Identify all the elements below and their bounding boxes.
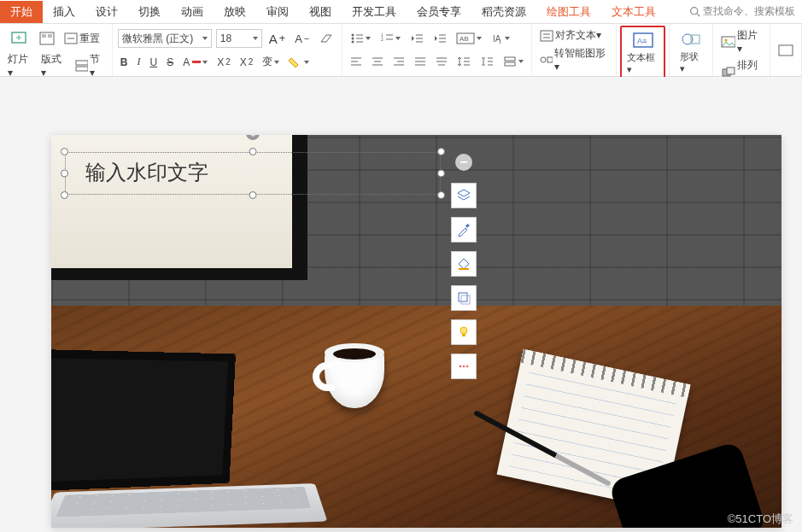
fill-btn[interactable]	[451, 251, 477, 277]
svg-rect-68	[779, 45, 793, 56]
more-btn[interactable]	[451, 354, 477, 379]
resize-handle-bl[interactable]	[61, 191, 68, 199]
group-slides: 重置 灯片▾ 版式▾ 节▾	[0, 24, 113, 76]
grow-font-btn[interactable]: A+	[266, 30, 288, 48]
resize-handle-lm[interactable]	[61, 170, 68, 178]
svg-text:A≡: A≡	[637, 37, 647, 45]
layout-btn[interactable]	[37, 30, 57, 47]
overflow-icon	[778, 44, 793, 56]
picture-btn[interactable]: 图片▾	[718, 26, 764, 56]
eyedropper-btn[interactable]	[451, 217, 477, 243]
italic-btn[interactable]: I	[134, 54, 143, 70]
bullets-icon	[350, 32, 364, 44]
search-placeholder: 查找命令、搜索模板	[703, 4, 795, 19]
font-color-btn[interactable]: A	[180, 55, 210, 70]
numbering-btn[interactable]: 12	[378, 31, 403, 46]
tab-slideshow[interactable]: 放映	[214, 1, 256, 23]
para-spacing-btn[interactable]	[501, 54, 526, 69]
eraser-icon	[319, 32, 334, 45]
slide[interactable]: ↻ 输入水印文字 −	[51, 135, 782, 528]
slides-dropdown[interactable]: 灯片▾	[5, 50, 34, 80]
layers-icon	[456, 188, 471, 203]
tab-view[interactable]: 视图	[299, 1, 342, 23]
tab-transition[interactable]: 切换	[128, 1, 171, 23]
shadow-btn[interactable]	[451, 285, 477, 311]
svg-point-11	[352, 33, 354, 36]
align-dist-btn[interactable]	[433, 55, 450, 68]
shape-button[interactable]: 形状▾	[675, 26, 707, 78]
svg-point-58	[541, 57, 546, 62]
subscript-btn[interactable]: X2	[237, 55, 256, 70]
align-center-btn[interactable]	[369, 55, 386, 68]
tab-animation[interactable]: 动画	[171, 1, 214, 23]
section-btn[interactable]: 节▾	[73, 50, 107, 80]
resize-handle-bm[interactable]	[249, 191, 257, 199]
indent-dec-btn[interactable]	[407, 31, 426, 46]
shrink-font-btn[interactable]: A−	[292, 31, 312, 47]
tab-home[interactable]: 开始	[0, 1, 43, 23]
svg-rect-59	[547, 57, 553, 62]
shapes-icon	[680, 30, 702, 49]
align-text-btn[interactable]: 对齐文本▾	[537, 26, 604, 44]
strike-btn[interactable]: S	[164, 55, 176, 70]
tab-member[interactable]: 会员专享	[407, 1, 471, 23]
superscript-btn[interactable]: X2	[214, 55, 233, 70]
group-overflow	[770, 24, 802, 76]
textbox-placeholder[interactable]: 输入水印文字	[85, 159, 208, 186]
text-dir-icon: IĄ	[491, 32, 503, 44]
font-size-select[interactable]: 18	[216, 29, 262, 48]
text-direction-btn[interactable]: IĄ	[489, 31, 512, 46]
slide-canvas[interactable]: ↻ 输入水印文字 −	[0, 77, 802, 532]
font-name-select[interactable]: 微软雅黑 (正文)	[118, 29, 212, 48]
layout-dropdown[interactable]: 版式▾	[38, 50, 67, 80]
smartart-btn[interactable]: 转智能图形▾	[537, 44, 611, 74]
highlight-btn[interactable]	[286, 55, 312, 70]
textbox-abc-btn[interactable]: AB	[454, 31, 484, 46]
textbox-button[interactable]: A≡ 文本框▾	[620, 26, 665, 80]
tab-insert[interactable]: 插入	[43, 1, 85, 23]
page-watermark: ©51CTO博客	[728, 512, 793, 527]
tab-text-tools[interactable]: 文本工具	[601, 1, 666, 23]
floating-toolbar: −	[451, 154, 477, 379]
align-left-btn[interactable]	[348, 55, 365, 68]
svg-point-15	[352, 40, 354, 43]
layers-btn[interactable]	[451, 183, 477, 208]
bullets-btn[interactable]	[348, 31, 373, 46]
group-align-smart: 对齐文本▾ 转智能图形▾	[532, 24, 617, 76]
resize-handle-tr[interactable]	[437, 148, 445, 155]
align-dist-icon	[436, 56, 448, 67]
collapse-toolbar-btn[interactable]: −	[455, 154, 472, 171]
svg-point-77	[466, 365, 469, 368]
line-spacing2-btn[interactable]	[477, 54, 496, 69]
resize-handle-rm[interactable]	[437, 170, 445, 178]
group-shape: 形状▾	[670, 24, 713, 76]
clear-format-btn[interactable]	[316, 30, 337, 47]
tab-design[interactable]: 设计	[85, 1, 128, 23]
svg-point-75	[460, 365, 462, 368]
indent-dec-icon	[410, 32, 424, 44]
phonetic-btn[interactable]: 变	[260, 53, 282, 71]
align-justify-btn[interactable]	[412, 55, 429, 68]
resize-handle-tm[interactable]	[249, 148, 257, 155]
search-box[interactable]: 查找命令、搜索模板	[689, 4, 802, 19]
tab-review[interactable]: 审阅	[256, 1, 299, 23]
watermark-textbox[interactable]: ↻ 输入水印文字	[65, 152, 441, 195]
svg-rect-54	[505, 62, 515, 66]
underline-btn[interactable]: U	[147, 55, 160, 70]
overflow-btn[interactable]	[776, 43, 796, 58]
resize-handle-br[interactable]	[437, 191, 445, 199]
align-right-icon	[393, 56, 405, 67]
tab-devtools[interactable]: 开发工具	[342, 1, 407, 23]
line-spacing-btn[interactable]	[454, 54, 473, 69]
tab-docer[interactable]: 稻壳资源	[471, 1, 536, 23]
svg-rect-53	[505, 57, 515, 61]
resize-handle-tl[interactable]	[61, 148, 68, 155]
reset-btn[interactable]: 重置	[61, 30, 102, 48]
lightbulb-btn[interactable]	[451, 319, 477, 345]
bold-btn[interactable]: B	[118, 55, 131, 70]
svg-rect-9	[76, 61, 88, 65]
tab-drawing-tools[interactable]: 绘图工具	[536, 1, 601, 23]
align-right-btn[interactable]	[390, 55, 407, 68]
new-slide-button[interactable]	[5, 26, 32, 50]
indent-inc-btn[interactable]	[430, 31, 449, 46]
